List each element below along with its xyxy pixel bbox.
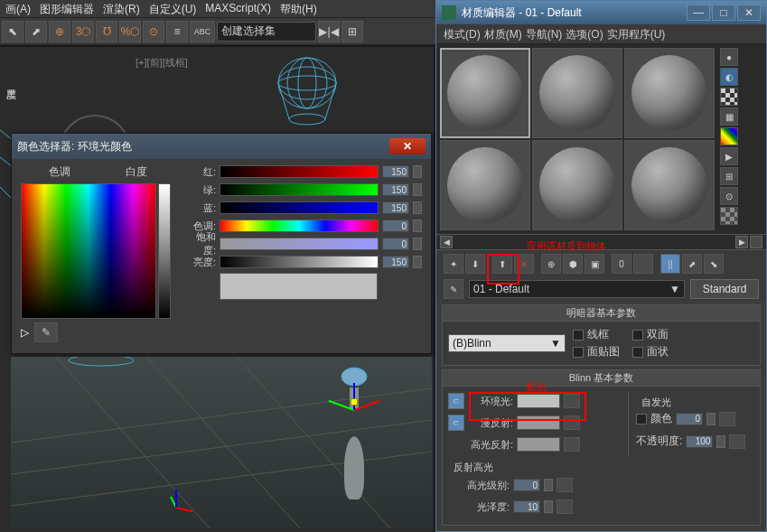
- self-illum-color-checkbox[interactable]: [636, 414, 647, 425]
- whiteness-slider[interactable]: [158, 183, 171, 319]
- menu-help[interactable]: 帮助(H): [276, 0, 321, 17]
- sample-slot-3[interactable]: [624, 48, 715, 138]
- color-dialog-titlebar[interactable]: 颜色选择器: 环境光颜色 ✕: [12, 134, 431, 159]
- mat-map-nav-icon[interactable]: [720, 207, 738, 225]
- close-icon[interactable]: ✕: [389, 138, 426, 154]
- put-to-library-icon[interactable]: ▣: [585, 254, 604, 274]
- snap-toggle-icon[interactable]: 3⬡: [72, 21, 94, 42]
- angle-snap-icon[interactable]: ℧: [96, 21, 117, 42]
- blue-slider[interactable]: [220, 201, 379, 214]
- pick-material-icon[interactable]: ✎: [444, 279, 463, 299]
- hue-saturation-picker[interactable]: [21, 183, 156, 319]
- go-to-parent-icon[interactable]: ⬈: [682, 254, 702, 274]
- selection-set-input[interactable]: [217, 22, 316, 42]
- wireframe-checkbox[interactable]: [573, 330, 584, 341]
- make-preview-icon[interactable]: ▶: [720, 147, 738, 165]
- diffuse-lock-icon[interactable]: ⊂: [448, 415, 464, 431]
- green-slider[interactable]: [220, 183, 379, 196]
- mat-menu-options[interactable]: 选项(O): [566, 27, 603, 41]
- material-editor-titlebar[interactable]: 材质编辑器 - 01 - Default — □ ✕: [436, 1, 766, 24]
- blue-spinner[interactable]: [413, 201, 422, 214]
- glossiness-map-button[interactable]: [557, 499, 573, 514]
- menu-customize[interactable]: 自定义(U): [145, 0, 201, 17]
- hue-slider[interactable]: [220, 219, 379, 232]
- ambient-lock-icon[interactable]: ⊂: [448, 393, 464, 409]
- spec-level-map-button[interactable]: [557, 478, 573, 492]
- spec-level-input[interactable]: [513, 479, 540, 491]
- edit-named-icon[interactable]: ≡: [166, 21, 188, 42]
- self-illum-map-button[interactable]: [719, 412, 735, 426]
- close-window-icon[interactable]: ✕: [737, 5, 761, 21]
- sample-slot-1[interactable]: [440, 48, 530, 138]
- minimize-icon[interactable]: —: [687, 5, 710, 21]
- eyedropper-icon[interactable]: ✎: [34, 322, 58, 342]
- shader-rollout-header[interactable]: 明暗器基本参数: [443, 305, 760, 322]
- perspective-viewport[interactable]: [11, 357, 432, 528]
- shader-dropdown[interactable]: (B)Blinn▼: [448, 334, 566, 352]
- self-illum-input[interactable]: [676, 413, 703, 425]
- sample-slot-2[interactable]: [532, 48, 622, 138]
- select-link-icon[interactable]: ⬉: [2, 21, 23, 42]
- val-spinner[interactable]: [413, 256, 422, 268]
- put-to-scene-icon[interactable]: ⬇: [465, 254, 485, 274]
- sample-type-icon[interactable]: ●: [720, 48, 738, 66]
- menu-render[interactable]: 渲染(R): [99, 0, 144, 17]
- val-slider[interactable]: [220, 256, 379, 268]
- specular-map-button[interactable]: [564, 437, 580, 452]
- scroll-left-icon[interactable]: ◀: [440, 236, 453, 248]
- maximize-icon[interactable]: □: [712, 5, 735, 21]
- make-copy-icon[interactable]: ⊕: [541, 254, 561, 274]
- two-sided-checkbox[interactable]: [632, 330, 643, 341]
- green-spinner[interactable]: [413, 183, 422, 196]
- viewport-label[interactable]: [+][前][线框]: [136, 56, 188, 70]
- sample-slot-6[interactable]: [624, 140, 715, 230]
- show-in-viewport-icon[interactable]: [633, 254, 653, 274]
- glossiness-input[interactable]: [513, 500, 540, 513]
- sat-input[interactable]: [382, 238, 409, 250]
- opacity-map-button[interactable]: [729, 434, 745, 449]
- hue-input[interactable]: [382, 219, 409, 232]
- backlight-icon[interactable]: ◐: [720, 68, 738, 86]
- self-illum-spinner[interactable]: [706, 413, 716, 425]
- menu-animation[interactable]: 画(A): [2, 0, 34, 17]
- menu-graph-editor[interactable]: 图形编辑器: [36, 0, 98, 17]
- specular-color-swatch[interactable]: [517, 437, 560, 452]
- background-icon[interactable]: [720, 88, 738, 106]
- mat-menu-utilities[interactable]: 实用程序(U): [607, 27, 666, 41]
- menu-maxscript[interactable]: MAXScript(X): [201, 0, 275, 17]
- go-forward-icon[interactable]: ⬊: [704, 254, 724, 274]
- mirror-icon[interactable]: ▶|◀: [318, 21, 340, 42]
- spinner-snap-icon[interactable]: ⊙: [143, 21, 164, 42]
- make-unique-icon[interactable]: ⬢: [563, 254, 583, 274]
- hue-spinner[interactable]: [413, 219, 422, 232]
- scroll-up-icon[interactable]: [750, 236, 762, 248]
- mat-menu-navigate[interactable]: 导航(N): [526, 27, 563, 41]
- val-input[interactable]: [382, 256, 409, 268]
- material-id-icon[interactable]: 0: [612, 254, 631, 274]
- sample-slot-4[interactable]: [440, 140, 530, 230]
- blinn-rollout-header[interactable]: Blinn 基本参数: [443, 370, 760, 387]
- opacity-input[interactable]: [686, 435, 713, 448]
- show-end-result-icon[interactable]: ||: [660, 254, 680, 274]
- transform-gizmo[interactable]: [327, 382, 381, 436]
- sat-slider[interactable]: [220, 238, 379, 250]
- percent-snap-icon[interactable]: %⬡: [119, 21, 141, 42]
- blue-input[interactable]: [382, 201, 409, 214]
- video-color-icon[interactable]: [720, 127, 738, 145]
- mat-menu-mode[interactable]: 模式(D): [444, 27, 481, 41]
- sample-slot-5[interactable]: [532, 140, 622, 230]
- face-map-checkbox[interactable]: [573, 347, 584, 358]
- select-by-mat-icon[interactable]: ⊙: [720, 187, 738, 205]
- opacity-spinner[interactable]: [716, 435, 725, 448]
- mat-menu-material[interactable]: 材质(M): [484, 27, 522, 41]
- sat-spinner[interactable]: [413, 238, 422, 250]
- green-input[interactable]: [382, 183, 409, 196]
- faceted-checkbox[interactable]: [632, 347, 643, 358]
- unlink-icon[interactable]: ⬈: [25, 21, 47, 42]
- get-material-icon[interactable]: ✦: [444, 254, 463, 274]
- color-preview-swatch[interactable]: [220, 273, 378, 300]
- sample-uv-icon[interactable]: ▦: [720, 107, 738, 126]
- red-slider[interactable]: [220, 165, 379, 178]
- red-input[interactable]: [382, 165, 409, 178]
- material-type-button[interactable]: Standard: [690, 279, 759, 299]
